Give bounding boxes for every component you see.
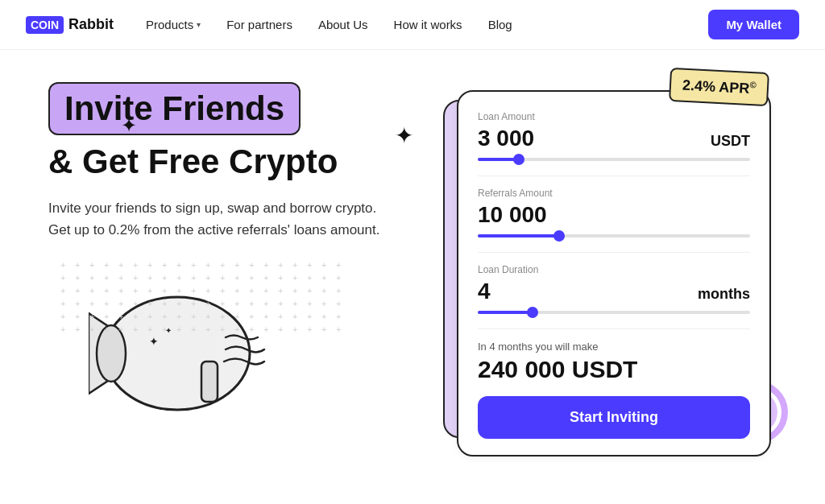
referrals-amount-thumb[interactable] <box>553 230 565 242</box>
loan-duration-label: Loan Duration <box>478 264 750 275</box>
svg-rect-3 <box>201 361 218 402</box>
start-inviting-button[interactable]: Start Inviting <box>478 396 750 439</box>
loan-duration-row: 4 months <box>478 279 750 304</box>
background-dots: ++++++++++++++++++++++++++++++++++++++++… <box>60 261 346 334</box>
nav-how-it-works[interactable]: How it works <box>394 18 462 31</box>
sparkle-icon-2: ✦ <box>395 122 413 149</box>
loan-card: Loan Amount 3 000 USDT Referrals Amount … <box>457 90 771 456</box>
loan-amount-thumb[interactable] <box>513 154 524 165</box>
nav-partners[interactable]: For partners <box>226 18 292 31</box>
referrals-amount-row: 10 000 <box>478 202 750 228</box>
nav-links: Products ▾ For partners About Us How it … <box>146 18 708 31</box>
nav-blog[interactable]: Blog <box>488 18 512 31</box>
loan-amount-row: 3 000 USDT <box>478 126 750 151</box>
loan-duration-slider[interactable] <box>478 311 750 314</box>
divider-3 <box>478 328 750 329</box>
result-value: 240 000 USDT <box>478 356 750 383</box>
hero-right: 2.4% APR© Loan Amount 3 000 USDT Referra… <box>435 74 793 456</box>
loan-duration-fill <box>478 311 533 314</box>
loan-amount-label: Loan Amount <box>478 111 750 122</box>
svg-text:✦: ✦ <box>149 335 159 348</box>
loan-amount-fill <box>478 158 519 161</box>
referrals-amount-slider[interactable] <box>478 234 750 238</box>
apr-badge: 2.4% APR© <box>669 68 770 106</box>
referrals-amount-label: Referrals Amount <box>478 188 750 199</box>
referrals-amount-value: 10 000 <box>478 202 547 228</box>
loan-amount-slider[interactable] <box>478 158 750 161</box>
hero-description: Invite your friends to sign up, swap and… <box>48 197 387 241</box>
hero-title-line2: & Get Free Crypto <box>48 142 435 182</box>
chevron-down-icon: ▾ <box>197 20 201 29</box>
loan-duration-thumb[interactable] <box>527 307 538 318</box>
main-content: ✦ ✦ Invite Friends & Get Free Crypto Inv… <box>0 50 825 504</box>
loan-amount-value: 3 000 <box>478 126 534 151</box>
divider-1 <box>478 176 750 176</box>
loan-amount-unit: USDT <box>711 133 750 150</box>
referrals-amount-fill <box>478 234 559 238</box>
hero-title-box: Invite Friends <box>48 82 301 135</box>
logo-coin: COIN <box>26 16 64 34</box>
logo-rabbit: Rabbit <box>68 16 114 33</box>
loan-duration-unit: months <box>698 286 750 303</box>
wallet-button[interactable]: My Wallet <box>708 10 799 39</box>
result-label: In 4 months you will make <box>478 341 750 353</box>
hero-left: ✦ ✦ Invite Friends & Get Free Crypto Inv… <box>48 74 435 418</box>
nav-products[interactable]: Products ▾ <box>146 18 201 31</box>
hero-title-line1: Invite Friends <box>64 90 284 127</box>
divider-2 <box>478 252 750 253</box>
nav-about[interactable]: About Us <box>318 18 368 31</box>
sparkle-icon-1: ✦ <box>121 114 137 137</box>
loan-duration-value: 4 <box>478 279 491 304</box>
navigation: COIN Rabbit Products ▾ For partners Abou… <box>0 0 825 50</box>
logo[interactable]: COIN Rabbit <box>26 16 114 34</box>
